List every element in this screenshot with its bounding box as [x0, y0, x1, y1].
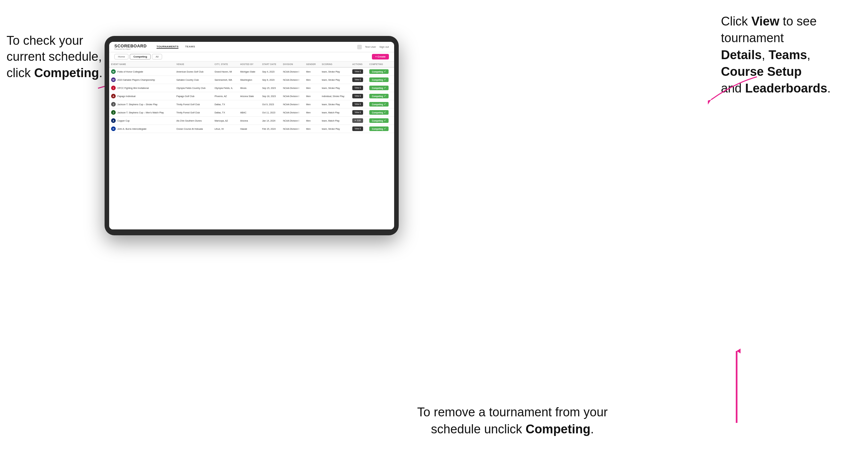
start-date-cell: Oct 9, 2023	[260, 100, 281, 108]
leaderboards-bold: Leaderboards	[745, 82, 827, 95]
city-cell: Maricopa, AZ	[212, 117, 238, 125]
competing-button[interactable]: Competing ✓	[369, 69, 389, 74]
start-date-cell: Feb 15, 2024	[260, 125, 281, 133]
tablet-frame: SCOREBOARD Powered by clippd TOURNAMENTS…	[104, 36, 399, 235]
actions-cell: View ℹ	[350, 84, 367, 92]
col-event-name: EVENT NAME	[109, 61, 175, 67]
nav-tournaments[interactable]: TOURNAMENTS	[157, 45, 179, 49]
hosted-by-cell: ABAC	[238, 108, 260, 117]
nav-links: TOURNAMENTS TEAMS	[157, 45, 195, 49]
venue-cell: Ocean Course At Hokuala	[175, 125, 213, 133]
col-gender: GENDER	[304, 61, 320, 67]
view-button[interactable]: View ℹ	[352, 77, 363, 82]
view-button[interactable]: View ℹ	[352, 69, 363, 74]
team-logo: W	[111, 77, 116, 82]
gender-cell: Men	[304, 67, 320, 76]
actions-cell: View ℹ	[350, 76, 367, 84]
scoring-cell: team, Match Play	[320, 117, 350, 125]
venue-cell: Olympia Fields Country Club	[175, 84, 213, 92]
team-logo: I	[111, 86, 116, 90]
view-button[interactable]: View ℹ	[352, 126, 363, 131]
competing-button[interactable]: Competing ✓	[369, 77, 389, 82]
tournaments-table: EVENT NAME VENUE CITY, STATE HOSTED BY S…	[109, 61, 394, 133]
event-name: Papago Individual	[117, 95, 135, 97]
table-row: W 2023 Sahalee Players Championship Saha…	[109, 76, 394, 84]
competing-button[interactable]: Competing ✓	[369, 110, 389, 115]
hosted-by-cell: Arizona	[238, 117, 260, 125]
hosted-by-cell: Washington	[238, 76, 260, 84]
annotation-bottom-right: To remove a tournament from your schedul…	[414, 404, 611, 438]
team-logo: H	[111, 126, 116, 131]
details-bold: Details	[721, 48, 762, 62]
scoring-cell: team, Stroke Play	[320, 76, 350, 84]
view-button[interactable]: View ℹ	[352, 110, 363, 115]
logo-main: SCOREBOARD	[114, 44, 147, 48]
gender-cell: Men	[304, 84, 320, 92]
team-logo: A	[111, 94, 116, 98]
competing-cell: Competing ✓	[367, 117, 394, 125]
city-cell: Dallas, TX	[212, 108, 238, 117]
city-cell: Dallas, TX	[212, 100, 238, 108]
competing-button[interactable]: Competing ✓	[369, 102, 389, 106]
signout-link[interactable]: Sign out	[379, 45, 389, 49]
create-button[interactable]: + Create	[372, 54, 389, 60]
team-logo: A	[111, 118, 116, 123]
logo-sub: Powered by clippd	[114, 48, 147, 50]
toolbar: Home Competing All + Create	[109, 52, 394, 61]
scoring-cell: team, Stroke Play	[320, 67, 350, 76]
team-logo: J	[111, 102, 116, 106]
view-button[interactable]: View ℹ	[352, 102, 363, 106]
city-cell: Lihue, HI	[212, 125, 238, 133]
gender-cell: Men	[304, 108, 320, 117]
gender-cell: Men	[304, 76, 320, 84]
actions-cell: View ℹ	[350, 92, 367, 100]
col-venue: VENUE	[175, 61, 213, 67]
scoreboard-logo: SCOREBOARD Powered by clippd	[114, 44, 147, 50]
header-right: Test User Sign out	[357, 45, 389, 49]
competing-cell: Competing ✓	[367, 92, 394, 100]
scoring-cell: individual, Stroke Play	[320, 92, 350, 100]
table-row: H John A. Burns Intercollegiate Ocean Co…	[109, 125, 394, 133]
division-cell: NCAA Division I	[281, 100, 304, 108]
city-cell: Olympia Fields, IL	[212, 84, 238, 92]
competing-cell: Competing ✓	[367, 125, 394, 133]
event-name-cell: A Papago Individual	[109, 92, 175, 100]
scoring-cell: team, Stroke Play	[320, 125, 350, 133]
event-name-cell: A Copper Cup	[109, 117, 175, 125]
competing-cell: Competing ✓	[367, 108, 394, 117]
division-cell: NCAA Division I	[281, 92, 304, 100]
col-city-state: CITY, STATE	[212, 61, 238, 67]
view-button[interactable]: View ℹ	[352, 86, 363, 90]
view-button[interactable]: View ℹ	[352, 94, 363, 98]
competing-button[interactable]: Competing ✓	[369, 118, 389, 123]
gender-cell: Men	[304, 92, 320, 100]
event-name: Copper Cup	[117, 120, 130, 122]
event-name: John A. Burns Intercollegiate	[117, 128, 147, 130]
start-date-cell: Oct 11, 2023	[260, 108, 281, 117]
division-cell: NCAA Division I	[281, 108, 304, 117]
team-logo: M	[111, 69, 116, 74]
table-row: J Jackson T. Stephens Cup – Stroke Play …	[109, 100, 394, 108]
division-cell: NCAA Division I	[281, 76, 304, 84]
hosted-by-cell: Michigan State	[238, 67, 260, 76]
view-bold: View	[751, 14, 779, 28]
gender-cell: Men	[304, 125, 320, 133]
filter-home[interactable]: Home	[114, 54, 128, 60]
competing-cell: Competing ✓	[367, 76, 394, 84]
hosted-by-cell	[238, 100, 260, 108]
division-cell: NCAA Division I	[281, 84, 304, 92]
competing-button[interactable]: Competing ✓	[369, 126, 389, 131]
nav-teams[interactable]: TEAMS	[185, 45, 195, 49]
table-row: A Copper Cup Ak-Chin Southern DunesMaric…	[109, 117, 394, 125]
table-row: M Folds of Honor Collegiate American Dun…	[109, 67, 394, 76]
start-date-cell: Sep 18, 2023	[260, 92, 281, 100]
filter-competing[interactable]: Competing	[130, 54, 151, 60]
filter-all[interactable]: All	[152, 54, 162, 60]
city-cell: Phoenix, AZ	[212, 92, 238, 100]
course-setup-bold: Course Setup	[721, 65, 802, 79]
competing-button[interactable]: Competing ✓	[369, 86, 389, 90]
gender-cell: Men	[304, 100, 320, 108]
competing-button[interactable]: Competing ✓	[369, 94, 389, 98]
edit-button[interactable]: ✏ Edit	[352, 118, 363, 123]
hosted-by-cell: Hawaii	[238, 125, 260, 133]
